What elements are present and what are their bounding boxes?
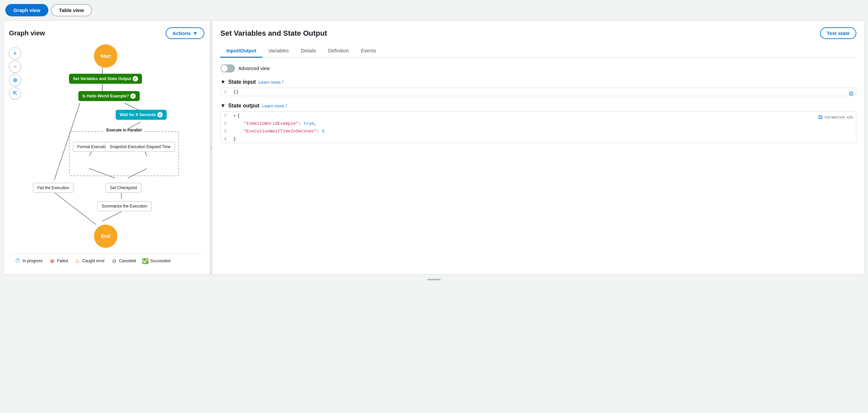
snapshot-execution-node[interactable]: Snapshot Execution Elapsed Time bbox=[105, 142, 175, 152]
state-output-code-block: 1 ▾ { 2 "IsHelloWorldExample": true, 3 "… bbox=[220, 111, 856, 143]
zoom-in-icon: + bbox=[13, 50, 17, 57]
state-input-copy-button[interactable]: ⧉ bbox=[849, 90, 853, 97]
state-output-learn-more[interactable]: Learn more ⤴ bbox=[262, 104, 287, 109]
state-input-header: ▼ State input Learn more ⤴ bbox=[220, 79, 856, 85]
right-panel: Set Variables and State Output Test stat… bbox=[212, 21, 864, 274]
succeeded-icon: ✅ bbox=[142, 258, 149, 264]
code-brace-close: } bbox=[233, 137, 852, 142]
formatted-label: Formatted bbox=[825, 115, 844, 119]
code-brace-open: { bbox=[237, 113, 852, 118]
line-num-1: 1 bbox=[224, 113, 233, 118]
code-line-3-content: "ExecutionWaitTimeInSeconds": 3 bbox=[233, 129, 852, 134]
end-node[interactable]: End bbox=[94, 225, 117, 248]
line-num-2: 2 bbox=[224, 121, 233, 126]
copy-icon: ⧉ bbox=[849, 90, 853, 97]
fail-execution-node[interactable]: Fail the Execution bbox=[33, 183, 73, 193]
legend-succeeded: ✅ Succeeded bbox=[142, 258, 170, 264]
state-output-header: ▼ State output Learn more ⤴ bbox=[220, 103, 856, 109]
external-link-icon-2: ⤴ bbox=[285, 104, 287, 108]
state-input-learn-more[interactable]: Learn more ⤴ bbox=[259, 80, 284, 85]
start-node[interactable]: Start bbox=[94, 45, 117, 68]
failed-icon: ⊗ bbox=[49, 258, 55, 264]
zoom-out-icon: − bbox=[13, 63, 17, 70]
set-checkpoint-node[interactable]: Set Checkpoint bbox=[106, 183, 141, 193]
legend: ⏱ In progress ⊗ Failed ⚠ Caught error ⊖ … bbox=[9, 254, 204, 268]
inner-tab-bar: Input/Output Variables Details Definitio… bbox=[220, 45, 856, 58]
tab-graph-view[interactable]: Graph view bbox=[5, 4, 48, 16]
graph-view-title: Graph view bbox=[9, 29, 45, 37]
wait-for-seconds-node[interactable]: Wait for X Seconds ⊙ bbox=[116, 110, 167, 120]
left-panel-header: Graph view Actions ▼ bbox=[9, 27, 204, 39]
line-num-3: 3 bbox=[224, 129, 233, 134]
summarize-execution-node[interactable]: Summarize the Execution bbox=[97, 201, 152, 211]
state-title: Set Variables and State Output bbox=[220, 29, 327, 38]
collapse-state-output-icon[interactable]: ▼ bbox=[220, 103, 226, 109]
svg-line-10 bbox=[102, 211, 121, 221]
state-input-label: State input bbox=[228, 79, 256, 85]
tab-input-output[interactable]: Input/Output bbox=[220, 45, 262, 58]
tab-events[interactable]: Events bbox=[355, 45, 382, 58]
state-input-section: ▼ State input Learn more ⤴ 1 {} ⧉ bbox=[220, 79, 856, 96]
actions-button[interactable]: Actions ▼ bbox=[166, 27, 204, 39]
legend-in-progress: ⏱ In progress bbox=[14, 258, 43, 264]
code-toolbar: ⧉ Formatted </> bbox=[818, 114, 853, 121]
copy-icon-2: ⧉ bbox=[818, 114, 823, 120]
set-variables-node[interactable]: Set Variables and State Output ✓ bbox=[69, 74, 142, 84]
zoom-in-button[interactable]: + bbox=[9, 48, 21, 59]
collapse-state-input-icon[interactable]: ▼ bbox=[220, 79, 226, 85]
state-output-label: State output bbox=[228, 103, 259, 109]
execute-in-parallel-label[interactable]: Execute in Parallel bbox=[104, 128, 144, 132]
right-panel-header: Set Variables and State Output Test stat… bbox=[220, 27, 856, 39]
center-button[interactable]: ⊕ bbox=[9, 74, 21, 86]
tab-variables[interactable]: Variables bbox=[262, 45, 294, 58]
succeeded-check-icon-2: ✓ bbox=[130, 93, 136, 99]
succeeded-check-icon: ✓ bbox=[133, 76, 138, 81]
state-output-copy-button[interactable]: ⧉ bbox=[818, 114, 823, 121]
code-line-2-content: "IsHelloWorldExample": true, bbox=[233, 121, 852, 126]
center-icon: ⊕ bbox=[13, 77, 18, 84]
test-state-button[interactable]: Test state bbox=[820, 27, 856, 39]
line-number-1: 1 bbox=[224, 89, 233, 94]
state-output-line-3: 3 "ExecutionWaitTimeInSeconds": 3 bbox=[221, 127, 856, 135]
tab-details[interactable]: Details bbox=[294, 45, 322, 58]
in-progress-clock-icon: ⊙ bbox=[157, 112, 163, 117]
state-output-section: ▼ State output Learn more ⤴ 1 ▾ { 2 bbox=[220, 103, 856, 143]
left-panel: Graph view Actions ▼ + − ⊕ ⇱ bbox=[4, 21, 210, 274]
parallel-box: Execute in Parallel Format Execution Sta… bbox=[69, 131, 179, 176]
chevron-down-icon: ▼ bbox=[193, 30, 198, 36]
expand-icon: ⇱ bbox=[13, 90, 18, 97]
legend-failed: ⊗ Failed bbox=[49, 258, 68, 264]
state-input-line-1: 1 {} bbox=[221, 88, 856, 96]
state-input-code-block: 1 {} ⧉ bbox=[220, 88, 856, 96]
bottom-divider bbox=[0, 278, 868, 281]
svg-line-11 bbox=[54, 193, 96, 225]
caught-error-icon: ⚠ bbox=[74, 258, 81, 264]
drag-handle[interactable] bbox=[427, 279, 441, 280]
legend-canceled: ⊖ Canceled bbox=[111, 258, 136, 264]
is-hello-world-node[interactable]: Is Hello World Example? ✓ bbox=[78, 91, 140, 101]
canceled-icon: ⊖ bbox=[111, 258, 117, 264]
top-tab-bar: Graph view Table view bbox=[0, 0, 868, 16]
graph-canvas: Start Set Variables and State Output ✓ I… bbox=[26, 45, 204, 251]
state-input-content: {} bbox=[233, 89, 852, 94]
advanced-view-toggle[interactable] bbox=[220, 64, 235, 72]
toggle-knob bbox=[221, 65, 228, 72]
advanced-view-row: Advanced view bbox=[220, 64, 856, 72]
code-view-toggle-button[interactable]: </> bbox=[847, 115, 853, 120]
state-output-line-4: 4 } bbox=[221, 135, 856, 143]
external-link-icon: ⤴ bbox=[282, 80, 284, 84]
zoom-out-button[interactable]: − bbox=[9, 61, 21, 73]
code-view-icon: </> bbox=[847, 115, 853, 120]
tab-definition[interactable]: Definition bbox=[322, 45, 355, 58]
expand-button[interactable]: ⇱ bbox=[9, 87, 21, 99]
state-output-line-2: 2 "IsHelloWorldExample": true, bbox=[221, 120, 856, 127]
line-num-4: 4 bbox=[224, 137, 233, 142]
main-container: Graph view Actions ▼ + − ⊕ ⇱ bbox=[3, 20, 865, 274]
advanced-view-label: Advanced view bbox=[238, 66, 270, 71]
legend-caught-error: ⚠ Caught error bbox=[74, 258, 105, 264]
in-progress-icon: ⏱ bbox=[14, 258, 21, 264]
expand-arrow-1[interactable]: ▾ bbox=[233, 113, 236, 118]
zoom-controls: + − ⊕ ⇱ bbox=[9, 48, 21, 99]
state-output-line-1: 1 ▾ { bbox=[221, 112, 856, 120]
tab-table-view[interactable]: Table view bbox=[51, 4, 92, 16]
